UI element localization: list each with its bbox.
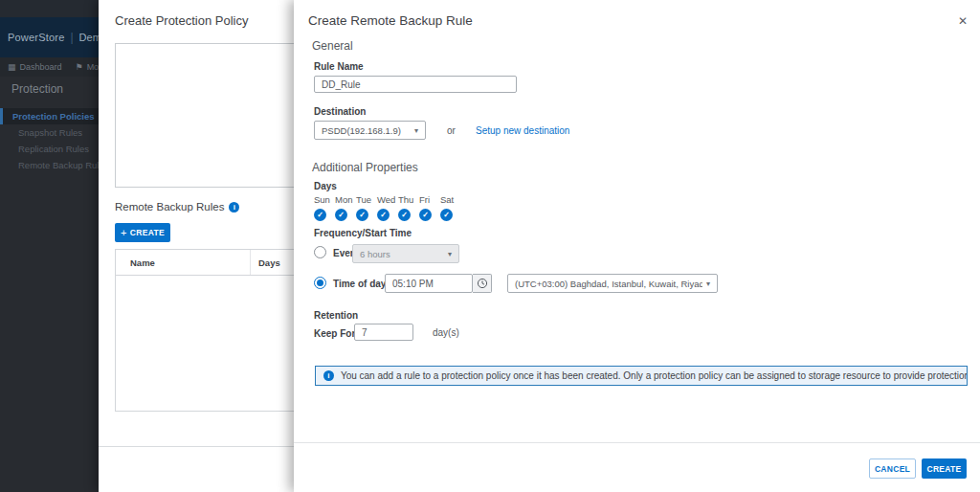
cancel-button[interactable]: CANCEL xyxy=(869,458,916,479)
sidebar-item-snapshot-rules[interactable]: Snapshot Rules xyxy=(0,124,99,141)
time-of-day-label: Time of day xyxy=(333,279,386,289)
footer-divider xyxy=(294,442,980,443)
day-checkbox-fri-checked-icon[interactable]: ✓ xyxy=(419,209,432,221)
day-label-sun: Sun xyxy=(314,194,330,205)
app-background: PowerStore | Dem ▦ Dashboard ⚑ Mo Protec… xyxy=(0,0,99,492)
panel-create-rule-button[interactable]: + CREATE xyxy=(115,223,170,242)
day-label-mon: Mon xyxy=(335,194,352,205)
day-label-tue: Tue xyxy=(356,194,371,205)
screen: PowerStore | Dem ▦ Dashboard ⚑ Mo Protec… xyxy=(0,0,980,492)
main-nav-bar: ▦ Dashboard ⚑ Mo xyxy=(0,57,99,77)
rule-name-input[interactable] xyxy=(314,76,517,93)
day-names-row: Sun Mon Tue Wed Thu Fri Sat xyxy=(314,194,461,205)
nav-monitoring-label: Mo xyxy=(87,62,99,72)
every-radio[interactable] xyxy=(314,246,326,258)
grid-icon: ▦ xyxy=(8,62,16,72)
radio-dot xyxy=(317,280,323,286)
frequency-start-time-label: Frequency/Start Time xyxy=(314,228,412,238)
keep-for-input[interactable] xyxy=(354,324,413,341)
every-interval-select: 6 hours ▾ xyxy=(352,244,459,263)
clock-icon xyxy=(477,278,488,289)
column-days[interactable]: Days xyxy=(250,250,294,275)
masthead-bar: PowerStore | Dem xyxy=(0,17,99,57)
policy-description-box[interactable] xyxy=(115,43,294,188)
destination-select[interactable]: PSDD(192.168.1.9) ▾ xyxy=(314,121,426,140)
destination-label: Destination xyxy=(314,106,366,117)
time-of-day-input[interactable] xyxy=(385,274,473,293)
remote-backup-rules-header: Remote Backup Rules i xyxy=(115,201,239,212)
column-name[interactable]: Name xyxy=(116,250,250,275)
day-checkbox-tue-checked-icon[interactable]: ✓ xyxy=(356,209,368,221)
day-checkbox-sat-checked-icon[interactable]: ✓ xyxy=(440,209,453,221)
time-picker-button[interactable] xyxy=(473,274,492,293)
retention-heading: Retention xyxy=(314,310,358,321)
nav-dashboard-label: Dashboard xyxy=(20,62,62,72)
dialog-title: Create Remote Backup Rule xyxy=(308,13,473,28)
create-protection-policy-panel: Create Protection Policy Remote Backup R… xyxy=(99,0,294,492)
day-checkbox-mon-checked-icon[interactable]: ✓ xyxy=(335,209,347,221)
powerstore-logo: PowerStore xyxy=(8,32,64,43)
chevron-down-icon: ▾ xyxy=(706,280,710,288)
timezone-value: (UTC+03:00) Baghdad, Istanbul, Kuwait, R… xyxy=(515,279,702,289)
rules-table: Name Days xyxy=(115,249,294,412)
day-label-sat: Sat xyxy=(440,194,454,205)
rule-name-label: Rule Name xyxy=(314,61,364,72)
sidebar-item-protection-policies[interactable]: Protection Policies xyxy=(0,108,99,124)
day-checkboxes-row: ✓ ✓ ✓ ✓ ✓ ✓ ✓ xyxy=(314,209,461,221)
day-label-wed: Wed xyxy=(377,194,395,205)
days-label: Days xyxy=(314,181,337,191)
info-icon: i xyxy=(323,370,334,381)
time-of-day-radio[interactable] xyxy=(314,277,326,289)
plus-icon: + xyxy=(121,227,127,238)
flag-icon: ⚑ xyxy=(76,62,83,72)
setup-new-destination-link[interactable]: Setup new destination xyxy=(476,125,569,136)
day-checkbox-wed-checked-icon[interactable]: ✓ xyxy=(377,209,390,221)
day-checkbox-thu-checked-icon[interactable]: ✓ xyxy=(398,209,411,221)
additional-properties-heading: Additional Properties xyxy=(312,161,418,174)
sidebar-item-replication-rules[interactable]: Replication Rules xyxy=(0,141,99,157)
destination-value: PSDD(192.168.1.9) xyxy=(322,125,411,136)
panel-footer-divider xyxy=(99,446,294,447)
info-icon[interactable]: i xyxy=(229,202,239,212)
or-text: or xyxy=(447,125,456,136)
cluster-name: Dem xyxy=(79,32,99,43)
divider-icon: | xyxy=(70,31,73,44)
keep-for-unit: day(s) xyxy=(433,327,459,338)
panel-create-rule-label: CREATE xyxy=(130,228,165,237)
keep-for-label: Keep For xyxy=(314,328,355,339)
chevron-down-icon: ▾ xyxy=(448,250,452,258)
day-checkbox-sun-checked-icon[interactable]: ✓ xyxy=(314,209,326,221)
day-label-thu: Thu xyxy=(398,194,413,205)
close-icon[interactable]: ✕ xyxy=(954,12,971,30)
every-interval-value: 6 hours xyxy=(360,249,444,259)
top-strip xyxy=(0,0,99,17)
info-banner-text: You can add a rule to a protection polic… xyxy=(341,370,967,381)
nav-dashboard[interactable]: ▦ Dashboard xyxy=(8,62,62,72)
rules-table-header: Name Days xyxy=(116,250,294,276)
day-label-fri: Fri xyxy=(419,194,430,205)
info-banner: i You can add a rule to a protection pol… xyxy=(315,366,968,386)
create-button[interactable]: CREATE xyxy=(922,458,967,479)
page-title: Protection xyxy=(11,82,63,96)
sidebar-item-remote-backup-rules[interactable]: Remote Backup Rules xyxy=(0,157,99,173)
nav-monitoring[interactable]: ⚑ Mo xyxy=(76,62,99,72)
timezone-select[interactable]: (UTC+03:00) Baghdad, Istanbul, Kuwait, R… xyxy=(507,274,718,293)
panel-title: Create Protection Policy xyxy=(115,13,248,28)
general-section-heading: General xyxy=(312,39,353,53)
sidebar: Protection Policies Snapshot Rules Repli… xyxy=(0,108,99,173)
chevron-down-icon: ▾ xyxy=(414,126,418,135)
create-remote-backup-rule-dialog: Create Remote Backup Rule ✕ General Rule… xyxy=(294,0,980,492)
remote-backup-rules-label: Remote Backup Rules xyxy=(115,201,224,212)
